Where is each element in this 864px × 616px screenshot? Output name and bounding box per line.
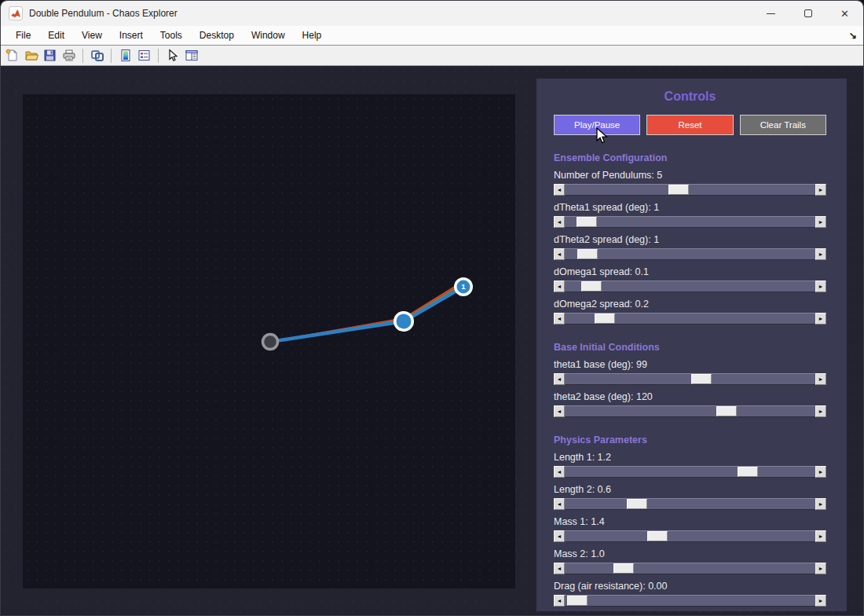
menu-desktop[interactable]: Desktop [191,26,243,45]
slider-thumb[interactable] [627,499,647,509]
slider-left-arrow-icon[interactable]: ◄ [554,216,565,228]
slider-right-arrow-icon[interactable]: ► [815,405,826,417]
slider-right-arrow-icon[interactable]: ► [815,184,826,196]
menu-view[interactable]: View [73,26,111,45]
dock-figure-icon[interactable]: ↘ [849,30,857,41]
slider-left-arrow-icon[interactable]: ◄ [554,466,565,478]
toolbar-separator [111,49,112,63]
print-figure-icon[interactable] [60,47,77,64]
slider-thumb[interactable] [668,185,689,195]
slider-track[interactable] [565,216,815,228]
label-mass2: Mass 2: 1.0 [554,548,826,559]
slider-track[interactable] [565,405,815,417]
slider-thumb[interactable] [577,217,597,227]
new-figure-icon[interactable] [4,47,20,64]
window-title: Double Pendulum - Chaos Explorer [29,8,178,19]
insert-legend-icon[interactable] [136,47,152,64]
label-length1: Length 1: 1.2 [554,452,826,463]
slider-thumb[interactable] [613,563,634,574]
menu-edit[interactable]: Edit [39,26,73,45]
label-drag: Drag (air resistance): 0.00 [554,581,826,592]
slider-thumb[interactable] [716,406,737,416]
open-file-icon[interactable] [23,47,39,64]
slider-track[interactable] [565,313,815,324]
slider-length1[interactable]: ◄ ► [554,466,826,478]
slider-left-arrow-icon[interactable]: ◄ [554,563,565,574]
slider-right-arrow-icon[interactable]: ► [815,498,826,510]
slider-left-arrow-icon[interactable]: ◄ [554,595,565,607]
reset-button[interactable]: Reset [646,115,733,135]
slider-left-arrow-icon[interactable]: ◄ [554,498,565,510]
svg-text:1: 1 [461,282,466,291]
insert-colorbar-icon[interactable] [117,47,134,64]
slider-track[interactable] [565,498,815,510]
slider-right-arrow-icon[interactable]: ► [815,280,826,292]
slider-track[interactable] [565,248,815,260]
label-domega2-spread: dOmega2 spread: 0.2 [554,299,826,310]
slider-thumb[interactable] [577,249,598,259]
pendulum-axes[interactable]: 1 [23,94,515,588]
slider-theta2-base[interactable]: ◄ ► [554,405,826,417]
label-dtheta1-spread: dTheta1 spread (deg): 1 [554,202,826,213]
label-mass1: Mass 1: 1.4 [554,516,826,527]
link-plot-icon[interactable] [89,47,105,64]
slider-track[interactable] [565,373,815,385]
matlab-figure-window: Double Pendulum - Chaos Explorer ✕ File … [0,0,864,616]
controls-panel: Controls Play/Pause Reset Clear Trails E… [536,79,847,611]
slider-track[interactable] [565,563,815,574]
slider-left-arrow-icon[interactable]: ◄ [554,280,565,292]
save-figure-icon[interactable] [42,47,58,64]
slider-track[interactable] [565,184,815,196]
slider-thumb[interactable] [581,281,602,292]
slider-left-arrow-icon[interactable]: ◄ [554,184,565,196]
slider-left-arrow-icon[interactable]: ◄ [554,405,565,417]
slider-right-arrow-icon[interactable]: ► [815,595,826,607]
slider-mass1[interactable]: ◄ ► [554,530,826,542]
slider-left-arrow-icon[interactable]: ◄ [554,373,565,385]
clear-trails-button[interactable]: Clear Trails [740,115,826,135]
slider-right-arrow-icon[interactable]: ► [815,530,826,542]
menu-window[interactable]: Window [243,26,294,45]
slider-dtheta1-spread[interactable]: ◄ ► [554,216,826,228]
close-button[interactable]: ✕ [826,1,863,26]
slider-right-arrow-icon[interactable]: ► [815,216,826,228]
slider-right-arrow-icon[interactable]: ► [815,563,826,574]
slider-domega2-spread[interactable]: ◄ ► [554,313,826,324]
slider-number-of-pendulums[interactable]: ◄ ► [554,184,826,196]
menu-file[interactable]: File [7,26,39,45]
slider-thumb[interactable] [567,596,588,606]
slider-dtheta2-spread[interactable]: ◄ ► [554,248,826,260]
slider-thumb[interactable] [595,314,615,324]
menu-help[interactable]: Help [294,26,331,45]
slider-theta1-base[interactable]: ◄ ► [554,373,826,385]
section-physics-parameters: Physics Parameters [554,434,826,446]
matlab-logo-icon [9,6,23,20]
slider-track[interactable] [565,595,815,607]
slider-track[interactable] [565,466,815,478]
slider-track[interactable] [565,530,815,542]
property-inspector-icon[interactable] [183,47,200,64]
label-number-of-pendulums: Number of Pendulums: 5 [554,170,826,181]
slider-right-arrow-icon[interactable]: ► [815,373,826,385]
slider-left-arrow-icon[interactable]: ◄ [554,248,565,260]
menu-insert[interactable]: Insert [111,26,152,45]
title-bar: Double Pendulum - Chaos Explorer ✕ [1,1,863,26]
slider-length2[interactable]: ◄ ► [554,498,826,510]
slider-thumb[interactable] [691,374,712,384]
maximize-button[interactable] [789,1,826,26]
close-icon: ✕ [840,9,849,19]
slider-thumb[interactable] [647,531,668,541]
slider-left-arrow-icon[interactable]: ◄ [554,530,565,542]
minimize-button[interactable] [752,1,789,26]
slider-right-arrow-icon[interactable]: ► [815,248,826,260]
slider-track[interactable] [565,280,815,292]
slider-right-arrow-icon[interactable]: ► [815,466,826,478]
slider-left-arrow-icon[interactable]: ◄ [554,313,565,324]
slider-drag[interactable]: ◄ ► [554,595,826,607]
slider-right-arrow-icon[interactable]: ► [815,313,826,324]
slider-domega1-spread[interactable]: ◄ ► [554,280,826,292]
menu-tools[interactable]: Tools [152,26,191,45]
slider-thumb[interactable] [738,467,758,477]
slider-mass2[interactable]: ◄ ► [554,563,826,574]
edit-plot-icon[interactable] [164,47,181,64]
